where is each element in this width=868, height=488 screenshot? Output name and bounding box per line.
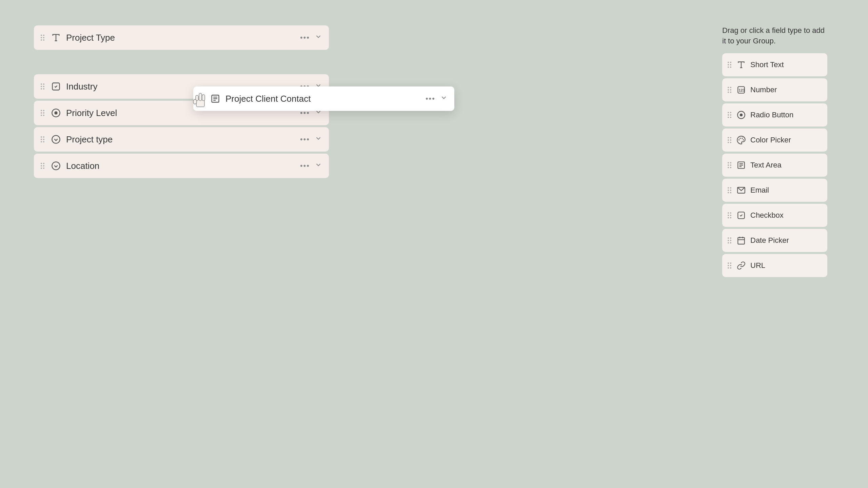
drag-handle[interactable] [41, 83, 44, 90]
chevron-button[interactable] [315, 161, 322, 171]
dragging-field-label: Project Client Contact [225, 94, 426, 104]
main-area: Project Type ••• [0, 0, 868, 488]
chevron-button[interactable] [315, 135, 322, 144]
field-type-label: Short Text [750, 60, 784, 69]
drag-handle-short-text[interactable] [728, 62, 731, 68]
field-label: Project Type [66, 33, 300, 43]
drag-handle[interactable] [41, 110, 44, 116]
drag-handle-color[interactable] [728, 137, 731, 143]
field-actions-dragging: ••• [426, 94, 448, 103]
svg-rect-32 [738, 237, 745, 244]
more-button-dragging[interactable]: ••• [426, 94, 435, 103]
date-picker-icon [736, 235, 746, 246]
drag-handle-checkbox[interactable] [728, 212, 731, 218]
field-type-label: Text Area [750, 161, 782, 170]
field-icon-dropdown2 [51, 160, 61, 171]
radio-button-icon [736, 110, 746, 120]
drag-handle-url[interactable] [728, 262, 731, 269]
url-icon [736, 260, 746, 271]
drag-handle-date[interactable] [728, 237, 731, 243]
field-actions: ••• [300, 33, 322, 42]
svg-point-25 [743, 139, 744, 140]
field-type-label: Number [750, 85, 777, 94]
field-type-label: Date Picker [750, 236, 789, 245]
drag-handle[interactable] [41, 163, 44, 169]
field-label: Project type [66, 134, 300, 145]
more-button[interactable]: ••• [300, 33, 310, 42]
drag-handle-radio[interactable] [728, 112, 731, 118]
field-type-short-text[interactable]: Short Text [722, 53, 827, 76]
field-icon-text [51, 32, 61, 43]
drag-handle-email[interactable] [728, 187, 731, 193]
drag-handle[interactable] [41, 35, 44, 41]
field-type-label: URL [750, 261, 765, 270]
svg-point-4 [54, 111, 57, 114]
email-icon [736, 185, 746, 195]
field-item-project-type-2: Project type ••• [34, 127, 329, 152]
field-type-number[interactable]: 123 Number [722, 78, 827, 101]
field-type-label: Radio Button [750, 111, 793, 119]
drag-handle-textarea[interactable] [728, 162, 731, 168]
text-area-icon [736, 160, 746, 170]
right-panel: Drag or click a field type to add it to … [722, 25, 827, 277]
number-icon: 123 [736, 85, 746, 95]
drag-handle-dragging[interactable] [200, 96, 204, 102]
field-label: Location [66, 161, 300, 171]
checkbox-icon [736, 210, 746, 220]
field-icon-checkbox [51, 81, 61, 92]
short-text-icon [736, 60, 746, 70]
field-icon-radio [51, 108, 61, 118]
field-item-dragging: Project Client Contact ••• [193, 86, 454, 111]
field-type-label: Email [750, 186, 769, 195]
field-type-list: Short Text 123 Number [722, 53, 827, 277]
svg-point-21 [740, 113, 743, 116]
svg-point-23 [739, 138, 741, 139]
field-type-email[interactable]: Email [722, 179, 827, 202]
field-type-color-picker[interactable]: Color Picker [722, 129, 827, 152]
drag-handle-number[interactable] [728, 87, 731, 93]
svg-point-6 [52, 162, 60, 170]
field-type-checkbox[interactable]: Checkbox [722, 204, 827, 227]
chevron-button-dragging[interactable] [440, 94, 448, 103]
field-type-date-picker[interactable]: Date Picker [722, 229, 827, 252]
more-button[interactable]: ••• [300, 135, 310, 144]
svg-text:123: 123 [738, 88, 745, 92]
field-actions: ••• [300, 135, 322, 144]
chevron-button[interactable] [315, 33, 322, 42]
drag-handle[interactable] [41, 136, 44, 142]
field-icon-dropdown [51, 134, 61, 145]
svg-point-24 [742, 138, 743, 139]
drag-placeholder [34, 52, 329, 72]
more-button[interactable]: ••• [300, 161, 310, 170]
field-type-label: Color Picker [750, 136, 791, 144]
field-type-label: Checkbox [750, 211, 784, 220]
field-icon-textarea-dragging [210, 93, 221, 104]
field-item-location: Location ••• [34, 154, 329, 178]
field-type-url[interactable]: URL [722, 254, 827, 277]
field-item-project-type: Project Type ••• [34, 25, 329, 50]
field-type-text-area[interactable]: Text Area [722, 154, 827, 177]
panel-hint: Drag or click a field type to add it to … [722, 25, 827, 46]
field-actions: ••• [300, 161, 322, 171]
svg-point-5 [52, 135, 60, 143]
svg-point-22 [738, 139, 740, 140]
color-picker-icon [736, 135, 746, 145]
field-type-radio-button[interactable]: Radio Button [722, 103, 827, 126]
